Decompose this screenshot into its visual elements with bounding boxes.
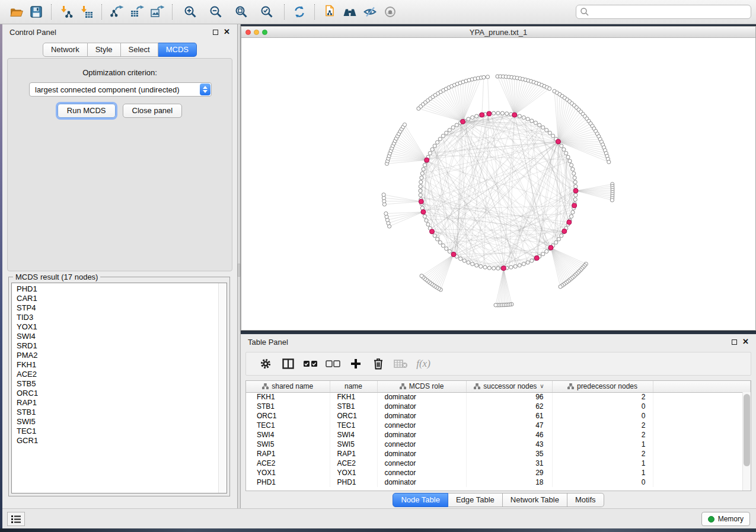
cell-shared-name[interactable]: ORC1 [246, 411, 330, 421]
network-canvas[interactable] [241, 38, 755, 330]
cell-shared-name[interactable]: ACE2 [246, 459, 330, 468]
mcds-network-node[interactable] [425, 158, 429, 162]
node-table-row[interactable]: ORC1ORC1dominator610 [246, 411, 751, 421]
cell-filler[interactable] [653, 440, 751, 449]
mcds-network-node[interactable] [562, 229, 567, 233]
cell-filler[interactable] [653, 421, 751, 430]
import-table-icon[interactable] [76, 2, 97, 21]
mcds-network-node[interactable] [501, 266, 506, 271]
mcds-result-item[interactable]: RAP1 [12, 398, 218, 408]
delete-column-icon[interactable] [367, 354, 390, 374]
maximize-window-icon[interactable] [262, 30, 267, 35]
cell-name[interactable]: RAP1 [330, 449, 377, 459]
cell-predecessor-nodes[interactable]: 2 [552, 430, 653, 440]
cell-predecessor-nodes[interactable]: 0 [552, 477, 653, 487]
cell-filler[interactable] [653, 430, 751, 440]
mcds-result-item[interactable]: YOX1 [12, 322, 218, 332]
export-image-icon[interactable] [147, 2, 167, 21]
cell-filler[interactable] [653, 411, 751, 421]
cell-name[interactable]: SWI4 [330, 430, 377, 440]
mcds-network-node[interactable] [421, 210, 426, 214]
cell-successor-nodes[interactable]: 43 [466, 440, 552, 449]
mcds-network-node[interactable] [480, 113, 484, 117]
cell-mcds-role[interactable]: dominator [377, 411, 466, 421]
cell-filler[interactable] [653, 477, 751, 487]
close-window-icon[interactable] [245, 30, 251, 35]
cell-name[interactable]: FKH1 [330, 392, 377, 402]
select-all-icon[interactable] [299, 354, 322, 374]
cell-shared-name[interactable]: SWI4 [246, 430, 330, 440]
mcds-network-node[interactable] [430, 229, 435, 234]
cell-filler[interactable] [653, 402, 751, 411]
mcds-result-item[interactable]: PMA2 [12, 351, 218, 360]
table-scrollbar[interactable] [742, 392, 751, 491]
cell-successor-nodes[interactable]: 29 [466, 468, 552, 477]
mcds-list-scrollbar[interactable] [218, 283, 227, 493]
cell-filler[interactable] [653, 459, 751, 468]
tab-select[interactable]: Select [121, 43, 158, 57]
search-input[interactable] [589, 7, 747, 17]
node-table-row[interactable]: RAP1RAP1dominator352 [246, 449, 751, 459]
tab-style[interactable]: Style [88, 43, 121, 57]
mcds-result-item[interactable]: PHD1 [12, 284, 218, 294]
cell-shared-name[interactable]: RAP1 [246, 449, 330, 459]
cell-filler[interactable] [653, 449, 751, 459]
close-panel-icon[interactable]: ✕ [224, 29, 230, 35]
node-table-row[interactable]: FKH1FKH1dominator962 [246, 392, 751, 402]
close-table-panel-icon[interactable]: ✕ [742, 339, 749, 345]
node-table-row[interactable]: SWI5SWI5connector431 [246, 440, 751, 449]
cell-shared-name[interactable]: TEC1 [246, 421, 330, 430]
cell-shared-name[interactable]: SWI5 [246, 440, 330, 449]
column-header-predecessor-nodes[interactable]: predecessor nodes [552, 381, 653, 392]
mcds-result-item[interactable]: STB1 [12, 408, 218, 417]
node-table-row[interactable]: SWI4SWI4dominator462 [246, 430, 751, 440]
cell-predecessor-nodes[interactable]: 2 [552, 449, 653, 459]
cell-successor-nodes[interactable]: 96 [466, 392, 552, 402]
cell-predecessor-nodes[interactable]: 1 [552, 468, 653, 477]
node-table-row[interactable]: STB1STB1dominator620 [246, 402, 751, 411]
cell-mcds-role[interactable]: connector [377, 421, 466, 430]
cell-successor-nodes[interactable]: 18 [466, 477, 552, 487]
cell-filler[interactable] [653, 392, 751, 402]
cell-mcds-role[interactable]: dominator [377, 449, 466, 459]
column-header-name[interactable]: name [330, 381, 377, 392]
cell-predecessor-nodes[interactable]: 1 [552, 459, 653, 468]
function-builder-icon[interactable]: f(x) [412, 354, 435, 374]
mcds-result-item[interactable]: SWI4 [12, 332, 218, 341]
cell-successor-nodes[interactable]: 31 [466, 459, 552, 468]
export-table-icon[interactable] [127, 2, 147, 21]
criterion-dropdown[interactable]: largest connected component (undirected) [29, 82, 212, 97]
cell-name[interactable]: STB1 [330, 402, 377, 411]
cell-successor-nodes[interactable]: 61 [466, 411, 552, 421]
open-file-icon[interactable] [6, 2, 26, 21]
mcds-result-item[interactable]: TEC1 [12, 427, 218, 436]
cell-shared-name[interactable]: PHD1 [246, 477, 330, 487]
cell-shared-name[interactable]: STB1 [246, 402, 330, 411]
cell-mcds-role[interactable]: dominator [377, 430, 466, 440]
cell-predecessor-nodes[interactable]: 2 [552, 392, 653, 402]
mcds-network-node[interactable] [451, 252, 456, 257]
mcds-network-node[interactable] [534, 256, 539, 261]
table-settings-icon[interactable] [254, 354, 277, 374]
mcds-result-item[interactable]: ORC1 [12, 389, 218, 398]
network-window-titlebar[interactable]: YPA_prune.txt_1 [241, 27, 755, 38]
node-table-row[interactable]: TEC1TEC1connector472 [246, 421, 751, 430]
mcds-network-node[interactable] [512, 113, 517, 117]
cell-predecessor-nodes[interactable]: 0 [552, 411, 653, 421]
minimize-window-icon[interactable] [254, 30, 259, 35]
mcds-network-node[interactable] [556, 139, 560, 144]
mcds-result-item[interactable]: STB5 [12, 379, 218, 389]
show-all-icon[interactable] [380, 2, 400, 21]
export-network-icon[interactable] [107, 2, 127, 21]
apply-layout-refresh-icon[interactable] [289, 2, 310, 21]
mcds-network-node[interactable] [487, 111, 492, 116]
cell-predecessor-nodes[interactable]: 0 [552, 402, 653, 411]
memory-button[interactable]: Memory [701, 512, 750, 526]
tab-motifs[interactable]: Motifs [567, 493, 604, 507]
zoom-fit-icon[interactable] [228, 2, 254, 21]
float-table-panel-icon[interactable] [732, 339, 737, 345]
mcds-result-list[interactable]: PHD1CAR1STP4TID3YOX1SWI4SRD1PMA2FKH1ACE2… [11, 283, 227, 493]
cell-mcds-role[interactable]: connector [377, 440, 466, 449]
cell-name[interactable]: TEC1 [330, 421, 377, 430]
deselect-all-icon[interactable] [322, 354, 344, 374]
